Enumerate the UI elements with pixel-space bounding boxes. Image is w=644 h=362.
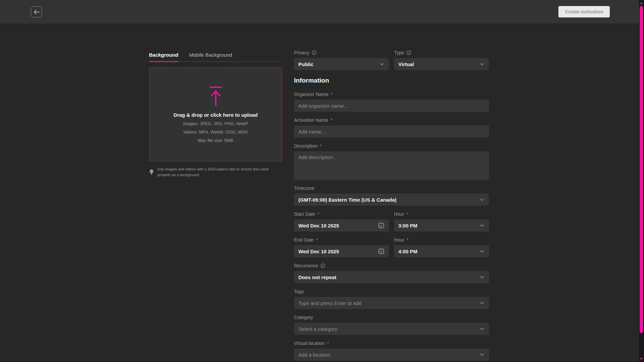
chevron-down-icon	[479, 326, 485, 331]
activation-name-label-text: Activation Name	[294, 117, 328, 123]
chevron-down-icon	[479, 249, 485, 254]
description-label: Description *	[294, 143, 489, 149]
category-select[interactable]: Select a category	[294, 323, 489, 335]
background-tabs: Background Mobile Background	[149, 52, 282, 62]
info-icon[interactable]	[312, 50, 316, 55]
start-hour-value: 3:00 PM	[398, 223, 479, 228]
tags-label: Tags	[294, 288, 489, 295]
activation-form: Privacy Public	[294, 49, 489, 362]
info-icon[interactable]	[406, 50, 411, 55]
tab-background-label: Background	[149, 52, 179, 58]
page-scrollbar[interactable]	[639, 0, 644, 362]
chevron-down-icon	[479, 61, 485, 67]
timezone-select[interactable]: (GMT-05:00) Eastern Time (US & Canada)	[294, 194, 489, 206]
scroll-down-arrow-icon[interactable]	[640, 358, 643, 360]
required-asterisk: *	[406, 237, 408, 243]
chevron-down-icon	[479, 300, 485, 306]
tags-input[interactable]: Type and press Enter to add	[294, 297, 489, 309]
upload-arrow-icon	[208, 86, 224, 107]
virtual-location-input[interactable]: Add a location	[294, 349, 489, 361]
required-asterisk: *	[331, 92, 333, 97]
end-hour-label: Hour *	[394, 237, 489, 243]
required-asterisk: *	[331, 117, 332, 123]
end-date-label-text: End Date	[294, 237, 313, 243]
required-asterisk: *	[406, 211, 408, 217]
back-button[interactable]	[31, 6, 42, 17]
start-hour-field: Hour * 3:00 PM	[394, 211, 489, 231]
start-date-label: Start Date *	[294, 211, 389, 217]
end-date-value: Wed Dec 10 2025	[298, 249, 378, 254]
start-hour-label-text: Hour	[394, 211, 404, 217]
end-hour-field: Hour * 4:00 PM	[394, 237, 489, 257]
required-asterisk: *	[317, 211, 319, 217]
recurrence-label: Recurrence	[294, 262, 489, 269]
category-label: Category	[294, 314, 489, 321]
recurrence-select[interactable]: Does not repeat	[294, 271, 489, 283]
aspect-ratio-tip: Use images and videos with a 16x9 aspect…	[149, 166, 273, 178]
upload-title: Drag & drop or click here to upload	[174, 112, 258, 118]
organizer-name-field: Organizer Name *	[294, 91, 489, 112]
start-date-hour-row: Start Date * Wed Dec 10 2025	[294, 211, 489, 231]
privacy-label: Privacy	[294, 49, 389, 56]
timezone-field: Timezone (GMT-05:00) Eastern Time (US & …	[294, 185, 489, 206]
privacy-type-row: Privacy Public	[294, 49, 489, 70]
recurrence-field: Recurrence Does not repeat	[294, 262, 489, 283]
chevron-down-icon	[479, 223, 485, 228]
virtual-location-field: Virtual location * Add a location	[294, 340, 489, 361]
tab-mobile-background[interactable]: Mobile Background	[189, 52, 232, 61]
required-asterisk: *	[320, 143, 321, 149]
create-activation-page: Create Activation Background Mobile Back…	[0, 0, 644, 362]
upload-videos-formats: Videos: MP4, WebM, OGG, MOV	[183, 130, 248, 135]
chevron-down-icon	[479, 274, 485, 280]
timezone-value: (GMT-05:00) Eastern Time (US & Canada)	[298, 197, 479, 203]
arrow-left-icon	[34, 10, 40, 14]
tags-field: Tags Type and press Enter to add	[294, 288, 489, 309]
active-tab-underline	[149, 61, 179, 62]
upload-dropzone[interactable]: Drag & drop or click here to upload Imag…	[149, 67, 282, 161]
description-textarea[interactable]	[294, 151, 489, 180]
start-date-label-text: Start Date	[294, 211, 315, 217]
create-activation-button[interactable]: Create Activation	[558, 6, 610, 17]
activation-name-label: Activation Name *	[294, 117, 489, 123]
end-date-picker[interactable]: Wed Dec 10 2025	[294, 245, 389, 257]
timezone-label: Timezone	[294, 185, 489, 192]
required-asterisk: *	[316, 237, 317, 243]
start-hour-label: Hour *	[394, 211, 489, 217]
upload-max-size: Max file size: 5MB	[198, 138, 233, 143]
calendar-icon	[378, 222, 385, 229]
type-label: Type	[394, 49, 489, 56]
privacy-label-text: Privacy	[294, 50, 309, 55]
end-date-field: End Date * Wed Dec 10 2025	[294, 237, 389, 257]
description-label-text: Description	[294, 143, 317, 149]
start-hour-select[interactable]: 3:00 PM	[394, 219, 489, 231]
type-select[interactable]: Virtual	[394, 58, 489, 70]
tab-background[interactable]: Background	[149, 52, 179, 61]
scrollbar-thumb[interactable]	[640, 6, 643, 333]
scroll-up-arrow-icon[interactable]	[640, 2, 643, 4]
organizer-name-input[interactable]	[294, 100, 489, 112]
start-date-value: Wed Dec 10 2025	[298, 223, 378, 228]
privacy-select[interactable]: Public	[294, 58, 389, 70]
end-hour-value: 4:00 PM	[398, 249, 479, 254]
virtual-location-placeholder: Add a location	[298, 352, 479, 358]
information-heading: Information	[294, 77, 489, 84]
required-asterisk: *	[327, 341, 329, 346]
recurrence-label-text: Recurrence	[294, 263, 318, 268]
tags-label-text: Tags	[294, 289, 304, 294]
category-field: Category Select a category	[294, 314, 489, 335]
category-placeholder: Select a category	[298, 326, 479, 332]
top-bar: Create Activation	[0, 0, 644, 23]
upload-images-formats: Images: JPEG, JPG, PNG, WebP	[183, 121, 248, 126]
end-hour-select[interactable]: 4:00 PM	[394, 245, 489, 257]
aspect-ratio-tip-text: Use images and videos with a 16x9 aspect…	[157, 166, 273, 178]
category-label-text: Category	[294, 315, 313, 320]
privacy-value: Public	[298, 61, 379, 67]
activation-name-input[interactable]	[294, 125, 489, 138]
info-icon[interactable]	[320, 263, 325, 268]
organizer-name-label: Organizer Name *	[294, 91, 489, 98]
tags-placeholder: Type and press Enter to add	[298, 300, 479, 306]
chevron-down-icon	[479, 197, 485, 202]
recurrence-value: Does not repeat	[298, 274, 479, 280]
start-date-picker[interactable]: Wed Dec 10 2025	[294, 219, 389, 231]
chevron-down-icon	[479, 352, 485, 357]
